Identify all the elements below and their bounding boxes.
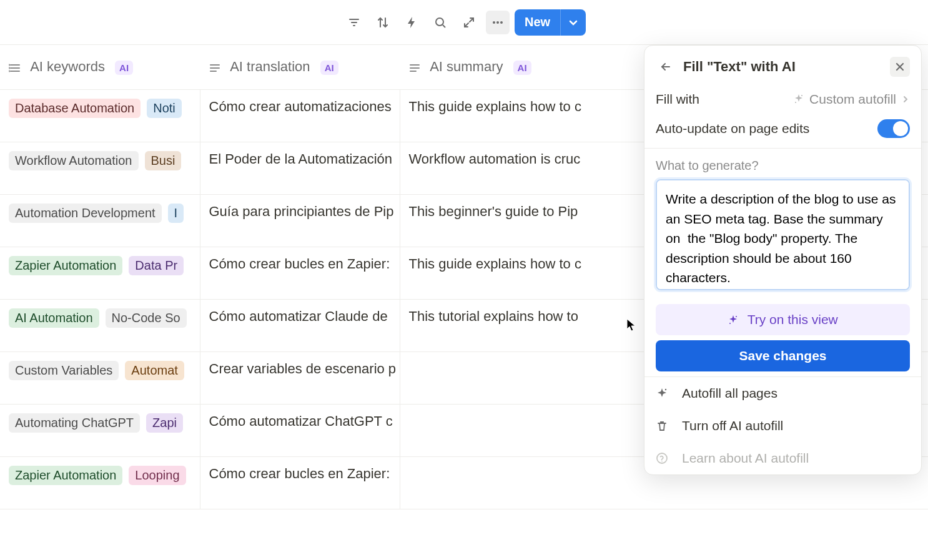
help-icon [656,452,673,464]
tag: Noti [147,99,182,118]
panel-header: Fill "Text" with AI [644,46,921,86]
ai-badge: AI [320,61,338,75]
cell-ai-keywords[interactable]: Workflow AutomationBusi [0,142,200,195]
tag: Custom Variables [9,361,119,380]
automations-button[interactable] [400,11,423,34]
chevron-right-icon [901,95,910,104]
database-toolbar: New [0,0,928,45]
tag: Busi [145,151,182,170]
save-changes-button[interactable]: Save changes [656,340,910,371]
prompt-textarea[interactable] [656,179,910,290]
new-button-label: New [515,15,560,29]
action-label: Learn about AI autofill [682,451,809,466]
auto-update-label: Auto-update on page edits [656,121,809,136]
cell-ai-translation[interactable]: El Poder de la Automatización [200,142,400,195]
column-header-label: AI translation [230,59,310,74]
column-header-ai-keywords[interactable]: AI keywords AI [0,45,200,90]
tag: Zapier Automation [9,256,122,275]
tag: No-Code So [106,308,187,328]
new-button[interactable]: New [515,9,586,36]
svg-point-24 [795,102,796,103]
svg-point-6 [496,21,499,24]
cell-ai-translation[interactable]: Cómo crear automatizaciones [200,90,400,142]
cell-ai-keywords[interactable]: Custom VariablesAutomat [0,352,200,405]
autofill-all-pages-action[interactable]: Autofill all pages [644,377,921,410]
tag: I [168,204,184,223]
tag: Automat [125,361,184,380]
svg-point-7 [500,21,503,24]
svg-point-11 [9,65,10,66]
close-icon [895,62,905,72]
chevron-down-icon [568,17,578,27]
arrow-left-icon [659,61,672,73]
cell-ai-keywords[interactable]: AI AutomationNo-Code So [0,300,200,352]
ai-badge: AI [115,61,133,75]
svg-point-5 [493,21,495,24]
close-button[interactable] [890,57,910,77]
filter-icon [348,16,360,29]
text-icon [408,59,425,75]
fill-with-row[interactable]: Fill with Custom autofill [644,86,921,113]
try-on-this-view-button[interactable]: Try on this view [656,304,910,335]
sparkle-icon [728,315,739,326]
tag: Looping [129,466,185,485]
search-button[interactable] [428,11,452,34]
column-header-ai-translation[interactable]: AI translation AI [200,45,400,90]
cell-ai-keywords[interactable]: Zapier AutomationLooping [0,457,200,509]
search-icon [434,16,447,29]
sort-icon [377,16,389,29]
cell-ai-keywords[interactable]: Automating ChatGPTZapi [0,405,200,457]
back-button[interactable] [656,57,676,77]
tag: Zapier Automation [9,466,122,485]
filter-button[interactable] [342,11,366,34]
auto-update-row: Auto-update on page edits [644,113,921,144]
cell-ai-translation[interactable]: Guía para principiantes de Pip [200,195,400,247]
cell-ai-keywords[interactable]: Zapier AutomationData Pr [0,247,200,300]
save-button-label: Save changes [739,348,826,363]
sort-button[interactable] [371,11,395,34]
generate-label: What to generate? [644,152,921,175]
cell-ai-translation[interactable]: Crear variables de escenario p [200,352,400,405]
text-icon [209,59,225,75]
cell-ai-keywords[interactable]: Automation DevelopmentI [0,195,200,247]
tag: Workflow Automation [9,151,139,170]
action-label: Autofill all pages [682,386,777,401]
svg-line-4 [443,25,445,27]
ai-autofill-panel: Fill "Text" with AI Fill with Custom aut… [644,45,922,475]
cell-ai-translation[interactable]: Cómo automatizar Claude de [200,300,400,352]
svg-point-25 [736,316,737,317]
tag: Automation Development [9,204,162,223]
more-horizontal-icon [491,16,505,29]
expand-icon [463,16,475,29]
svg-point-26 [729,323,731,324]
svg-point-27 [665,389,666,390]
svg-point-12 [9,68,10,69]
turn-off-ai-autofill-action[interactable]: Turn off AI autofill [644,410,921,442]
panel-title: Fill "Text" with AI [683,59,882,75]
lightning-icon [405,16,418,29]
sparkle-icon [793,94,804,105]
ai-badge: AI [513,61,531,75]
svg-point-29 [661,461,663,462]
new-button-dropdown[interactable] [560,9,586,36]
cell-ai-translation[interactable]: Cómo crear bucles en Zapier: [200,457,400,509]
column-header-label: AI summary [430,59,503,74]
cell-ai-translation[interactable]: Cómo automatizar ChatGPT c [200,405,400,457]
tag: Zapi [146,413,183,433]
cell-ai-keywords[interactable]: Database AutomationNoti [0,90,200,142]
tag: AI Automation [9,308,99,328]
svg-point-3 [436,18,443,26]
fill-with-label: Fill with [656,92,699,107]
svg-point-23 [801,95,802,96]
auto-update-toggle[interactable] [877,119,910,138]
multi-select-icon [9,59,25,75]
action-label: Turn off AI autofill [682,418,783,433]
expand-button[interactable] [457,11,481,34]
tag: Data Pr [129,256,184,275]
more-options-button[interactable] [486,11,510,34]
try-button-label: Try on this view [748,312,838,327]
tag: Automating ChatGPT [9,413,140,433]
cell-ai-translation[interactable]: Cómo crear bucles en Zapier: [200,247,400,300]
tag: Database Automation [9,99,141,118]
learn-about-ai-autofill-action[interactable]: Learn about AI autofill [644,442,921,474]
